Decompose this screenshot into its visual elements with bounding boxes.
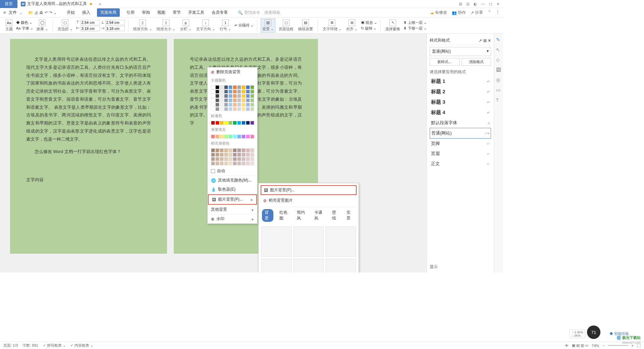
text-direction-button[interactable]: ↕文字方向 ⌄ bbox=[195, 19, 216, 32]
clip-icon[interactable]: ◎ bbox=[496, 77, 501, 83]
bg-tab[interactable]: 背景 bbox=[262, 209, 273, 222]
bg-thumb[interactable] bbox=[326, 227, 356, 257]
text-wrap-button[interactable]: ⧉文字环绕 ⌄ bbox=[321, 19, 343, 32]
file-menu[interactable]: 文件 bbox=[9, 10, 17, 15]
tab-review[interactable]: 审阅 bbox=[141, 8, 151, 17]
new-style-button[interactable]: 新样式... bbox=[430, 58, 460, 66]
format-icon[interactable]: ✎ bbox=[496, 37, 501, 42]
close-button[interactable]: ✕ bbox=[496, 2, 500, 6]
avatar-icon[interactable]: ◐ bbox=[474, 2, 477, 6]
picture-bg-item[interactable]: 🖼图片背景(P)...▸ bbox=[209, 195, 256, 204]
orientation-button[interactable]: ▯纸张方向 ⌄ bbox=[132, 19, 153, 32]
bg-tab[interactable]: 壁纸 bbox=[329, 209, 341, 222]
auto-color-item[interactable]: 自动 bbox=[208, 166, 257, 176]
bring-forward-button[interactable]: ⬆ 上移一层 ⌄ bbox=[404, 20, 426, 25]
line-number-button[interactable]: 1行号 ⌄ bbox=[218, 19, 232, 32]
collapse-ribbon-icon[interactable]: ⌃ bbox=[488, 10, 491, 15]
bg-tab[interactable]: 卡通风 bbox=[312, 209, 326, 222]
bg-thumb[interactable] bbox=[326, 259, 356, 272]
gradient-color-grid[interactable] bbox=[208, 134, 257, 140]
document-canvas[interactable]: 文字是人类用符号记录表达信息以传之久远的方式和工具。现代文字大多是记录语言的工具… bbox=[0, 34, 427, 272]
hamburger-icon[interactable]: ≡ bbox=[3, 10, 6, 15]
minimize-button[interactable]: — bbox=[481, 2, 485, 6]
tab-devtools[interactable]: 开发工具 bbox=[187, 8, 205, 17]
tab-member[interactable]: 会员专享 bbox=[211, 8, 228, 17]
collab-button[interactable]: 👥协作 bbox=[452, 10, 466, 15]
book-icon[interactable]: ▭ bbox=[496, 87, 501, 93]
effect-button[interactable]: ◯效果 ⌄ bbox=[35, 19, 49, 32]
share-button[interactable]: ↗分享 bbox=[471, 10, 483, 15]
style-h1[interactable]: 标题 1↵ bbox=[430, 76, 491, 87]
tab-home[interactable]: 首页 bbox=[0, 0, 17, 8]
tab-document[interactable]: W 文字是人类用符...远的方式和工具 bbox=[17, 0, 95, 8]
separator-button[interactable]: ↵ 分隔符 ⌄ bbox=[234, 23, 254, 28]
eyedropper-item[interactable]: 💧取色器(E) bbox=[208, 185, 257, 194]
current-style-select[interactable]: 普通(网站)▾ bbox=[430, 47, 491, 56]
sidebar-title: 样式和格式 bbox=[430, 38, 450, 43]
layout-icon[interactable]: ⊞ bbox=[459, 2, 462, 6]
bg-tab[interactable]: 红色图 bbox=[277, 209, 291, 222]
clear-format-button[interactable]: 清除格式 bbox=[462, 58, 491, 66]
send-backward-button[interactable]: ⬇ 下移一层 ⌄ bbox=[404, 26, 426, 31]
image-icon[interactable]: 🖼 bbox=[496, 67, 501, 72]
margin-bottom-input[interactable] bbox=[105, 20, 125, 25]
search-box[interactable]: 🔍 查找命令、搜索模板 bbox=[238, 10, 280, 15]
grid-icon[interactable]: ⊟ bbox=[466, 2, 470, 6]
docer-gradient-grid[interactable] bbox=[208, 147, 257, 166]
tab-start[interactable]: 开始 bbox=[66, 8, 75, 17]
more-icon[interactable]: ⋮ bbox=[496, 10, 500, 15]
other-bg-item[interactable]: 其他背景▸ bbox=[208, 205, 257, 214]
margin-top-input[interactable] bbox=[80, 20, 100, 25]
standard-colors-label: 标准色 bbox=[208, 112, 257, 120]
style-h3[interactable]: 标题 3↵ bbox=[430, 97, 491, 107]
rotate-button[interactable]: ↻ 旋转 ⌄ bbox=[361, 26, 377, 31]
margin-left-input[interactable] bbox=[80, 26, 100, 31]
columns-button[interactable]: ⫼分栏 ⌄ bbox=[179, 19, 193, 32]
picture-bg-submenu-item[interactable]: 🖼图片背景(P)... bbox=[261, 185, 357, 195]
bg-tab[interactable]: 简约风 bbox=[294, 209, 308, 222]
bg-tab[interactable]: 实景 bbox=[344, 209, 355, 222]
combine-button[interactable]: ▣ 组合 ⌄ bbox=[361, 20, 377, 25]
style-h2[interactable]: 标题 2↵ bbox=[430, 87, 491, 97]
changes-button[interactable]: ☁有修改 bbox=[430, 10, 447, 15]
tab-view[interactable]: 视图 bbox=[157, 8, 166, 17]
sidebar-tools[interactable]: ↗ ⊞ ✕ bbox=[479, 38, 491, 43]
maximize-button[interactable]: ◻ bbox=[489, 2, 492, 6]
style-default-font[interactable]: 默认段落字体a bbox=[430, 118, 491, 128]
color-button[interactable]: ◆ 颜色 ⌄ bbox=[16, 20, 33, 25]
margin-button[interactable]: ▢页边距 ⌄ bbox=[56, 19, 74, 32]
tab-add[interactable]: + bbox=[95, 0, 105, 8]
background-button[interactable]: ▨背景 ⌄ bbox=[261, 18, 275, 33]
theme-color-grid[interactable] bbox=[208, 84, 257, 112]
bg-thumb[interactable] bbox=[261, 259, 291, 272]
style-body[interactable]: 正文↵ bbox=[430, 159, 491, 169]
font-button[interactable]: Aa 字体 ⌄ bbox=[16, 26, 33, 31]
style-footer[interactable]: 页脚↵ bbox=[430, 139, 491, 149]
page-border-button[interactable]: ▢页面边框 bbox=[277, 19, 295, 32]
shape-icon[interactable]: ◇ bbox=[496, 57, 501, 62]
bg-thumb[interactable] bbox=[293, 227, 324, 257]
style-h4[interactable]: 标题 4↵ bbox=[430, 107, 491, 118]
paper-size-button[interactable]: ▯纸张大小 ⌄ bbox=[155, 19, 177, 32]
standard-color-grid[interactable] bbox=[208, 120, 257, 126]
align-button[interactable]: ⊟对齐 ⌄ bbox=[345, 19, 359, 32]
paper-settings-button[interactable]: ▤稿纸设置 bbox=[297, 19, 314, 32]
theme-button[interactable]: Aa主题 bbox=[4, 19, 14, 32]
tab-page-layout[interactable]: 页面布局 bbox=[97, 8, 120, 17]
docer-bg-item[interactable]: ⊘稻壳背景图片 bbox=[261, 196, 357, 205]
margin-right-input[interactable] bbox=[105, 26, 125, 31]
watermark-item[interactable]: ⊕水印▸ bbox=[208, 214, 257, 223]
bg-thumb[interactable] bbox=[293, 259, 324, 272]
style-normal-web[interactable]: 普通(网站)↵▾ bbox=[430, 128, 491, 139]
help-icon[interactable]: ? bbox=[496, 97, 501, 103]
tab-chapter[interactable]: 章节 bbox=[172, 8, 181, 17]
bg-thumb[interactable] bbox=[261, 227, 291, 257]
selection-pane-button[interactable]: ↖选择窗格 bbox=[384, 19, 401, 32]
tab-insert[interactable]: 插入 bbox=[82, 8, 91, 17]
delete-bg-item[interactable]: ⊘删除页面背景 bbox=[208, 67, 257, 77]
select-icon[interactable]: ↖ bbox=[496, 47, 501, 52]
style-header[interactable]: 页眉↵ bbox=[430, 149, 491, 159]
apply-prompt: 请选择要应用的格式 bbox=[430, 69, 491, 75]
more-fill-item[interactable]: 🌐其他填充颜色(M)... bbox=[208, 176, 257, 185]
tab-reference[interactable]: 引用 bbox=[126, 8, 135, 17]
